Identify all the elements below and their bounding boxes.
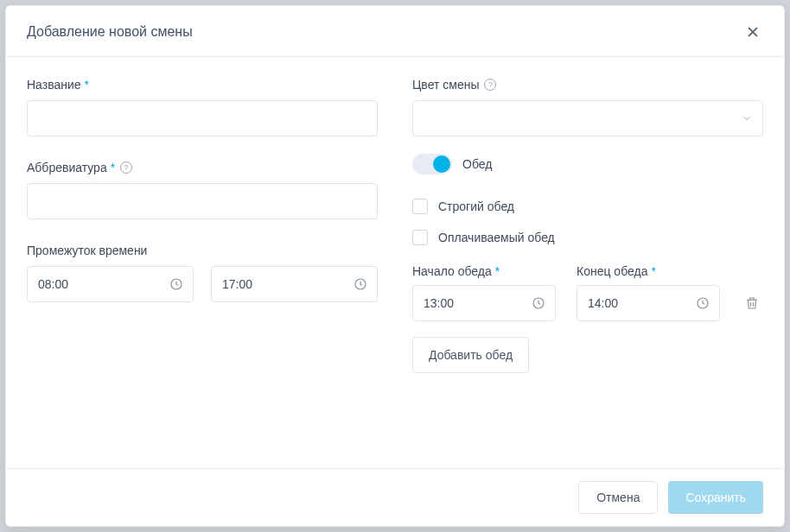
lunch-start-wrap bbox=[412, 285, 556, 321]
timerange-label: Промежуток времени bbox=[27, 244, 378, 257]
lunch-start-label-text: Начало обеда bbox=[412, 264, 492, 278]
color-select[interactable] bbox=[412, 100, 763, 136]
lunch-start-label: Начало обеда * bbox=[412, 264, 556, 278]
time-start-input[interactable] bbox=[27, 266, 194, 302]
required-indicator: * bbox=[495, 264, 500, 278]
name-label-text: Название bbox=[27, 78, 81, 92]
required-indicator: * bbox=[111, 161, 115, 174]
close-icon bbox=[746, 25, 760, 39]
delete-lunch-button[interactable] bbox=[741, 292, 763, 317]
timerange-label-text: Промежуток времени bbox=[27, 244, 147, 257]
lunch-end-col: Конец обеда * bbox=[577, 264, 720, 321]
abbr-field: Аббревиатура * ? bbox=[27, 161, 378, 219]
time-start-wrap bbox=[27, 266, 194, 302]
required-indicator: * bbox=[651, 264, 655, 278]
name-input[interactable] bbox=[27, 100, 378, 136]
trash-icon bbox=[744, 295, 760, 311]
paid-lunch-row: Оплачиваемый обед bbox=[412, 230, 763, 245]
chevron-down-icon bbox=[742, 113, 752, 124]
color-label: Цвет смены ? bbox=[412, 78, 763, 92]
time-end-input[interactable] bbox=[211, 266, 378, 302]
modal-footer: Отмена Сохранить bbox=[6, 468, 784, 526]
name-field: Название * bbox=[27, 78, 378, 136]
name-label: Название * bbox=[27, 78, 378, 92]
color-field: Цвет смены ? bbox=[412, 78, 763, 136]
modal-title: Добавление новой смены bbox=[27, 24, 193, 40]
lunch-toggle-row: Обед bbox=[412, 154, 763, 174]
time-row bbox=[27, 266, 378, 302]
strict-lunch-checkbox[interactable] bbox=[412, 199, 428, 214]
lunch-end-label: Конец обеда * bbox=[577, 264, 720, 278]
add-lunch-button[interactable]: Добавить обед bbox=[412, 337, 529, 373]
time-end-wrap bbox=[211, 266, 378, 302]
cancel-button[interactable]: Отмена bbox=[578, 481, 658, 514]
modal-body: Название * Аббревиатура * ? Промежуток в… bbox=[6, 57, 784, 468]
timerange-field: Промежуток времени bbox=[27, 244, 378, 302]
lunch-start-input[interactable] bbox=[412, 285, 556, 321]
abbr-label-text: Аббревиатура bbox=[27, 161, 107, 174]
save-button[interactable]: Сохранить bbox=[668, 481, 763, 514]
lunch-start-col: Начало обеда * bbox=[412, 264, 556, 321]
lunch-toggle-label: Обед bbox=[462, 157, 492, 171]
right-column: Цвет смены ? Обед Строгий обед bbox=[412, 78, 763, 468]
strict-lunch-row: Строгий обед bbox=[412, 199, 763, 214]
left-column: Название * Аббревиатура * ? Промежуток в… bbox=[27, 78, 378, 468]
toggle-knob bbox=[433, 155, 450, 173]
help-icon[interactable]: ? bbox=[484, 79, 496, 91]
abbr-label: Аббревиатура * ? bbox=[27, 161, 378, 174]
lunch-end-wrap bbox=[577, 285, 720, 321]
paid-lunch-label: Оплачиваемый обед bbox=[438, 231, 555, 244]
modal-header: Добавление новой смены bbox=[6, 6, 784, 57]
lunch-end-label-text: Конец обеда bbox=[577, 264, 647, 278]
paid-lunch-checkbox[interactable] bbox=[412, 230, 428, 245]
lunch-times-row: Начало обеда * Конец обеда * bbox=[412, 264, 763, 321]
required-indicator: * bbox=[85, 78, 89, 92]
help-icon[interactable]: ? bbox=[120, 162, 132, 174]
color-label-text: Цвет смены bbox=[412, 78, 479, 92]
add-shift-modal: Добавление новой смены Название * Аббрев… bbox=[5, 5, 785, 527]
lunch-toggle[interactable] bbox=[412, 154, 452, 174]
close-button[interactable] bbox=[742, 22, 763, 42]
lunch-end-input[interactable] bbox=[577, 285, 720, 321]
abbr-input[interactable] bbox=[27, 183, 378, 219]
strict-lunch-label: Строгий обед bbox=[438, 200, 514, 213]
